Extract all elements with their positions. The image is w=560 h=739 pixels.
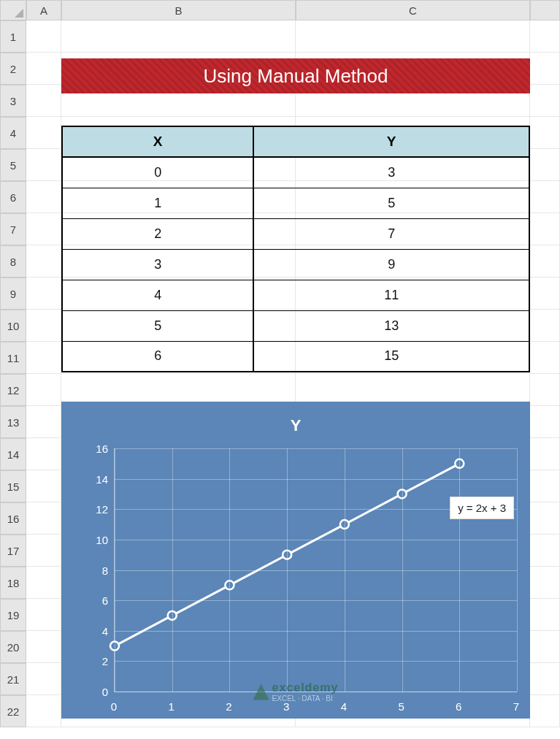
trendline-equation[interactable]: y = 2x + 3 bbox=[450, 497, 514, 519]
cell[interactable] bbox=[530, 406, 560, 438]
col-header-c[interactable]: C bbox=[296, 0, 530, 20]
cell[interactable] bbox=[530, 181, 560, 213]
cell-x[interactable]: 4 bbox=[62, 280, 253, 310]
cell[interactable] bbox=[26, 53, 61, 85]
table-row[interactable]: 39 bbox=[62, 249, 529, 280]
row-header[interactable]: 14 bbox=[0, 438, 26, 470]
cell[interactable] bbox=[530, 535, 560, 567]
cell-x[interactable]: 5 bbox=[62, 310, 253, 341]
cell[interactable] bbox=[530, 599, 560, 631]
table-row[interactable]: 27 bbox=[62, 218, 529, 249]
row-header[interactable]: 17 bbox=[0, 535, 26, 567]
row-header[interactable]: 2 bbox=[0, 53, 26, 85]
col-header-a[interactable]: A bbox=[26, 0, 61, 20]
cell[interactable] bbox=[530, 567, 560, 599]
row-header[interactable]: 9 bbox=[0, 277, 26, 310]
cell-y[interactable]: 11 bbox=[253, 280, 529, 310]
cell[interactable] bbox=[530, 438, 560, 470]
cell-y[interactable]: 5 bbox=[253, 188, 529, 218]
cell-y[interactable]: 7 bbox=[253, 218, 529, 249]
cell[interactable] bbox=[26, 374, 61, 406]
cell-y[interactable]: 3 bbox=[253, 157, 529, 188]
cell-x[interactable]: 6 bbox=[62, 341, 253, 372]
cell[interactable] bbox=[26, 245, 61, 277]
row-header[interactable]: 12 bbox=[0, 374, 26, 406]
table-row[interactable]: 615 bbox=[62, 341, 529, 372]
col-header-y[interactable]: Y bbox=[253, 126, 529, 157]
cell[interactable] bbox=[530, 277, 560, 310]
row-header[interactable]: 10 bbox=[0, 310, 26, 342]
cell[interactable] bbox=[530, 695, 560, 727]
cell-y[interactable]: 9 bbox=[253, 249, 529, 280]
row-header[interactable]: 5 bbox=[0, 149, 26, 181]
cell-x[interactable]: 3 bbox=[62, 249, 253, 280]
col-header-x[interactable]: X bbox=[62, 126, 253, 157]
row-header[interactable]: 16 bbox=[0, 502, 26, 535]
cell[interactable] bbox=[26, 149, 61, 181]
cell[interactable] bbox=[530, 213, 560, 245]
row-header[interactable]: 8 bbox=[0, 245, 26, 277]
row-header[interactable]: 22 bbox=[0, 695, 26, 727]
row-header[interactable]: 19 bbox=[0, 599, 26, 631]
x-tick-label: 1 bbox=[169, 700, 174, 713]
cell[interactable] bbox=[530, 342, 560, 374]
row-header[interactable]: 1 bbox=[0, 20, 26, 53]
col-header-b[interactable]: B bbox=[61, 0, 296, 20]
row-header[interactable]: 3 bbox=[0, 85, 26, 117]
row-header[interactable]: 11 bbox=[0, 342, 26, 374]
cell[interactable] bbox=[530, 663, 560, 695]
row-header[interactable]: 4 bbox=[0, 117, 26, 149]
row-header[interactable]: 7 bbox=[0, 213, 26, 245]
cell[interactable] bbox=[530, 149, 560, 181]
y-tick-label: 16 bbox=[82, 443, 108, 455]
row-header[interactable]: 21 bbox=[0, 663, 26, 695]
row-header[interactable]: 18 bbox=[0, 567, 26, 599]
cell[interactable] bbox=[26, 310, 61, 342]
select-all-corner[interactable] bbox=[0, 0, 26, 20]
cell[interactable] bbox=[530, 502, 560, 535]
cell[interactable] bbox=[26, 181, 61, 213]
row-header[interactable]: 20 bbox=[0, 631, 26, 663]
cell[interactable] bbox=[530, 310, 560, 342]
cell[interactable] bbox=[530, 245, 560, 277]
cell[interactable] bbox=[26, 502, 61, 535]
y-tick-label: 10 bbox=[82, 533, 108, 545]
col-header-extra[interactable] bbox=[530, 0, 560, 20]
row-header[interactable]: 6 bbox=[0, 181, 26, 213]
cell[interactable] bbox=[26, 695, 61, 727]
cell[interactable] bbox=[530, 631, 560, 663]
cell[interactable] bbox=[530, 20, 560, 53]
data-table: X Y 03152739411513615 bbox=[61, 126, 530, 372]
cell[interactable] bbox=[26, 599, 61, 631]
cell[interactable] bbox=[26, 438, 61, 470]
table-row[interactable]: 513 bbox=[62, 310, 529, 341]
cell[interactable] bbox=[26, 117, 61, 149]
cell[interactable] bbox=[530, 53, 560, 85]
cell[interactable] bbox=[26, 342, 61, 374]
cell-x[interactable]: 0 bbox=[62, 157, 253, 188]
row-header[interactable]: 13 bbox=[0, 406, 26, 438]
table-row[interactable]: 15 bbox=[62, 188, 529, 218]
cell-y[interactable]: 13 bbox=[253, 310, 529, 341]
cell[interactable] bbox=[26, 567, 61, 599]
cell[interactable] bbox=[26, 406, 61, 438]
chart[interactable]: Y y = 2x + 3 exceldemy EXCEL · DATA · BI… bbox=[61, 402, 530, 719]
cell[interactable] bbox=[530, 374, 560, 406]
cell-y[interactable]: 15 bbox=[253, 341, 529, 372]
table-row[interactable]: 411 bbox=[62, 280, 529, 310]
cell[interactable] bbox=[530, 117, 560, 149]
table-row[interactable]: 03 bbox=[62, 157, 529, 188]
cell-x[interactable]: 2 bbox=[62, 218, 253, 249]
cell[interactable] bbox=[26, 535, 61, 567]
cell[interactable] bbox=[530, 85, 560, 117]
cell[interactable] bbox=[26, 663, 61, 695]
cell[interactable] bbox=[26, 631, 61, 663]
cell[interactable] bbox=[26, 277, 61, 310]
cell[interactable] bbox=[26, 213, 61, 245]
cell[interactable] bbox=[530, 470, 560, 502]
cell[interactable] bbox=[26, 20, 61, 53]
cell[interactable] bbox=[26, 85, 61, 117]
cell[interactable] bbox=[26, 470, 61, 502]
row-header[interactable]: 15 bbox=[0, 470, 26, 502]
cell-x[interactable]: 1 bbox=[62, 188, 253, 218]
